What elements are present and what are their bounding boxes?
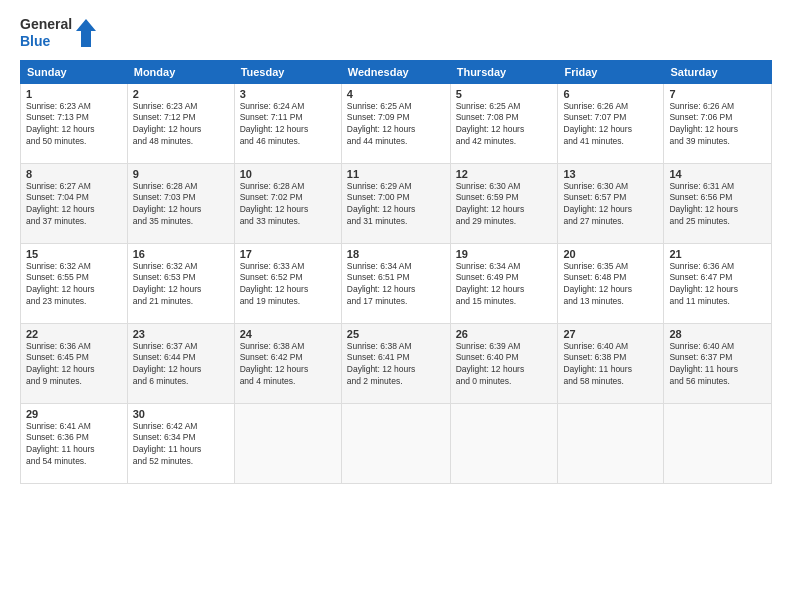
day-1: 1Sunrise: 6:23 AMSunset: 7:13 PMDaylight… <box>21 83 128 163</box>
day-24: 24Sunrise: 6:38 AMSunset: 6:42 PMDayligh… <box>234 323 341 403</box>
day-6: 6Sunrise: 6:26 AMSunset: 7:07 PMDaylight… <box>558 83 664 163</box>
day-13: 13Sunrise: 6:30 AMSunset: 6:57 PMDayligh… <box>558 163 664 243</box>
empty-cell <box>664 403 772 483</box>
day-23: 23Sunrise: 6:37 AMSunset: 6:44 PMDayligh… <box>127 323 234 403</box>
col-friday: Friday <box>558 60 664 83</box>
day-15: 15Sunrise: 6:32 AMSunset: 6:55 PMDayligh… <box>21 243 128 323</box>
day-22: 22Sunrise: 6:36 AMSunset: 6:45 PMDayligh… <box>21 323 128 403</box>
col-monday: Monday <box>127 60 234 83</box>
day-27: 27Sunrise: 6:40 AMSunset: 6:38 PMDayligh… <box>558 323 664 403</box>
day-19: 19Sunrise: 6:34 AMSunset: 6:49 PMDayligh… <box>450 243 558 323</box>
page-header: GeneralBlue <box>20 16 772 50</box>
day-9: 9Sunrise: 6:28 AMSunset: 7:03 PMDaylight… <box>127 163 234 243</box>
calendar-body: 1Sunrise: 6:23 AMSunset: 7:13 PMDaylight… <box>21 83 772 483</box>
empty-cell <box>558 403 664 483</box>
day-8: 8Sunrise: 6:27 AMSunset: 7:04 PMDaylight… <box>21 163 128 243</box>
col-saturday: Saturday <box>664 60 772 83</box>
day-3: 3Sunrise: 6:24 AMSunset: 7:11 PMDaylight… <box>234 83 341 163</box>
day-21: 21Sunrise: 6:36 AMSunset: 6:47 PMDayligh… <box>664 243 772 323</box>
calendar-table: Sunday Monday Tuesday Wednesday Thursday… <box>20 60 772 484</box>
empty-cell <box>234 403 341 483</box>
day-28: 28Sunrise: 6:40 AMSunset: 6:37 PMDayligh… <box>664 323 772 403</box>
day-16: 16Sunrise: 6:32 AMSunset: 6:53 PMDayligh… <box>127 243 234 323</box>
day-10: 10Sunrise: 6:28 AMSunset: 7:02 PMDayligh… <box>234 163 341 243</box>
day-17: 17Sunrise: 6:33 AMSunset: 6:52 PMDayligh… <box>234 243 341 323</box>
day-29: 29Sunrise: 6:41 AMSunset: 6:36 PMDayligh… <box>21 403 128 483</box>
empty-cell <box>450 403 558 483</box>
day-11: 11Sunrise: 6:29 AMSunset: 7:00 PMDayligh… <box>341 163 450 243</box>
day-5: 5Sunrise: 6:25 AMSunset: 7:08 PMDaylight… <box>450 83 558 163</box>
day-4: 4Sunrise: 6:25 AMSunset: 7:09 PMDaylight… <box>341 83 450 163</box>
col-thursday: Thursday <box>450 60 558 83</box>
col-wednesday: Wednesday <box>341 60 450 83</box>
col-sunday: Sunday <box>21 60 128 83</box>
svg-marker-0 <box>76 19 96 47</box>
day-20: 20Sunrise: 6:35 AMSunset: 6:48 PMDayligh… <box>558 243 664 323</box>
col-tuesday: Tuesday <box>234 60 341 83</box>
day-25: 25Sunrise: 6:38 AMSunset: 6:41 PMDayligh… <box>341 323 450 403</box>
day-12: 12Sunrise: 6:30 AMSunset: 6:59 PMDayligh… <box>450 163 558 243</box>
logo-icon <box>76 19 96 47</box>
day-7: 7Sunrise: 6:26 AMSunset: 7:06 PMDaylight… <box>664 83 772 163</box>
empty-cell <box>341 403 450 483</box>
logo-text: GeneralBlue <box>20 16 72 50</box>
day-2: 2Sunrise: 6:23 AMSunset: 7:12 PMDaylight… <box>127 83 234 163</box>
day-30: 30Sunrise: 6:42 AMSunset: 6:34 PMDayligh… <box>127 403 234 483</box>
day-14: 14Sunrise: 6:31 AMSunset: 6:56 PMDayligh… <box>664 163 772 243</box>
day-18: 18Sunrise: 6:34 AMSunset: 6:51 PMDayligh… <box>341 243 450 323</box>
logo: GeneralBlue <box>20 16 96 50</box>
calendar-header: Sunday Monday Tuesday Wednesday Thursday… <box>21 60 772 83</box>
day-26: 26Sunrise: 6:39 AMSunset: 6:40 PMDayligh… <box>450 323 558 403</box>
